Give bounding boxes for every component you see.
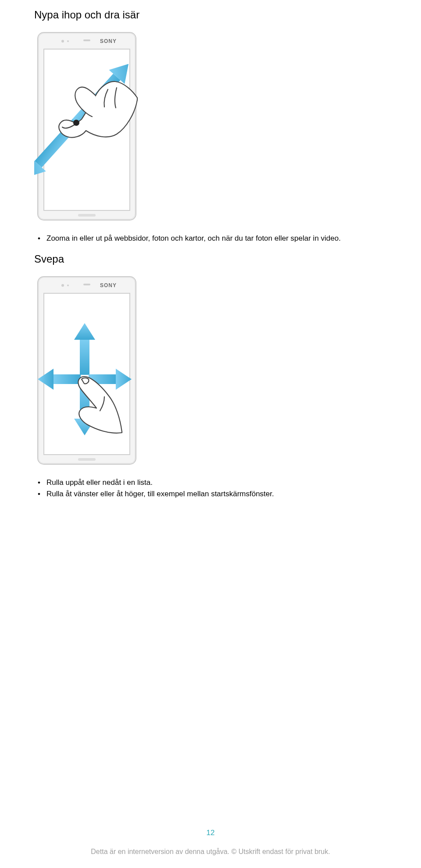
section-heading-swipe: Svepa [34,253,387,265]
page-number: 12 [0,829,421,837]
bullet-item: • Zooma in eller ut på webbsidor, foton … [34,233,387,244]
svg-rect-25 [53,374,81,384]
svg-point-17 [67,285,69,286]
swipe-illustration: SONY [34,274,387,469]
section-heading-pinch: Nypa ihop och dra isär [34,9,387,21]
bullet-text: Zooma in eller ut på webbsidor, foton oc… [46,233,341,244]
svg-text:SONY: SONY [100,282,117,288]
bullet-dot-icon: • [34,233,46,244]
svg-rect-15 [83,284,90,285]
svg-rect-7 [78,214,96,217]
page-content: Nypa ihop och dra isär SONY [0,0,421,500]
svg-point-4 [67,40,69,42]
swipe-bullet-block: • Rulla uppåt eller nedåt i en lista. • … [34,477,387,500]
svg-rect-20 [78,458,96,461]
svg-rect-2 [83,39,90,41]
footer-note: Detta är en internetversion av denna utg… [0,848,421,856]
bullet-item: • Rulla åt vänster eller åt höger, till … [34,489,387,500]
pinch-bullet-block: • Zooma in eller ut på webbsidor, foton … [34,233,387,244]
pinch-illustration: SONY [34,30,387,224]
phone-swipe-icon: SONY [34,274,139,467]
svg-rect-21 [80,339,89,375]
svg-point-16 [61,284,64,287]
svg-point-12 [73,120,79,126]
bullet-item: • Rulla uppåt eller nedåt i en lista. [34,477,387,488]
bullet-text: Rulla uppåt eller nedåt i en lista. [46,477,153,488]
phone-pinch-icon: SONY [34,30,139,223]
bullet-dot-icon: • [34,477,46,488]
svg-point-3 [61,40,64,43]
bullet-text: Rulla åt vänster eller åt höger, till ex… [46,489,274,500]
svg-text:SONY: SONY [100,38,117,44]
bullet-dot-icon: • [34,489,46,500]
